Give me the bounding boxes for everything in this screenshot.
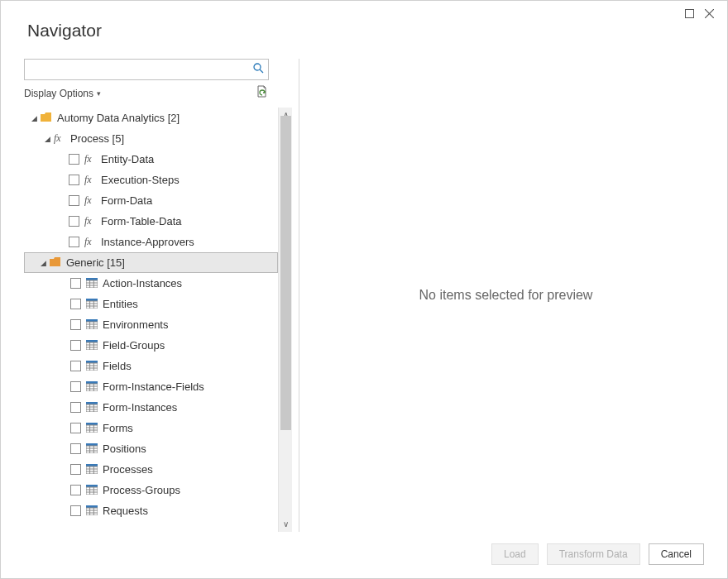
tree-item[interactable]: Requests bbox=[24, 500, 278, 521]
folder-icon bbox=[50, 257, 61, 269]
load-button: Load bbox=[491, 543, 539, 565]
search-icon[interactable] bbox=[248, 63, 268, 76]
tree-node-process[interactable]: ◢ fx Process [5] bbox=[24, 128, 278, 149]
fx-icon: fx bbox=[84, 194, 96, 207]
svg-marker-6 bbox=[50, 257, 60, 266]
fx-icon: fx bbox=[84, 153, 96, 165]
checkbox[interactable] bbox=[70, 299, 81, 309]
svg-rect-62 bbox=[86, 467, 98, 474]
checkbox[interactable] bbox=[69, 195, 79, 206]
svg-rect-8 bbox=[86, 280, 98, 288]
checkbox[interactable] bbox=[69, 154, 79, 165]
tree-label: Field-Groups bbox=[103, 339, 165, 352]
tree-item[interactable]: fxForm-Table-Data bbox=[24, 211, 278, 232]
tree-item[interactable]: Fields bbox=[24, 356, 278, 376]
checkbox[interactable] bbox=[70, 402, 81, 413]
svg-rect-56 bbox=[86, 446, 98, 453]
tree-label: Instance-Approvers bbox=[101, 236, 194, 248]
tree-item[interactable]: Processes bbox=[24, 459, 278, 480]
panel-divider bbox=[299, 59, 299, 532]
svg-rect-32 bbox=[86, 363, 98, 371]
tree-label: Fields bbox=[103, 360, 132, 372]
svg-rect-74 bbox=[86, 508, 98, 515]
search-input[interactable] bbox=[25, 60, 248, 79]
checkbox[interactable] bbox=[69, 175, 79, 185]
refresh-icon[interactable] bbox=[256, 85, 269, 101]
chevron-down-icon: ▾ bbox=[97, 89, 101, 98]
folder-icon bbox=[41, 112, 52, 124]
svg-marker-5 bbox=[41, 112, 51, 122]
tree-item[interactable]: fxExecution-Steps bbox=[24, 170, 278, 190]
checkbox[interactable] bbox=[70, 319, 81, 330]
tree-label: Requests bbox=[103, 505, 148, 517]
fx-icon: fx bbox=[54, 132, 65, 145]
tree-label: Entities bbox=[103, 298, 138, 310]
scroll-down-icon[interactable]: ∨ bbox=[283, 520, 289, 529]
checkbox[interactable] bbox=[69, 237, 79, 247]
tree-label: Form-Data bbox=[101, 194, 152, 207]
preview-panel: No items selected for preview bbox=[303, 59, 709, 532]
maximize-icon[interactable] bbox=[679, 6, 699, 21]
tree-label: Form-Instances bbox=[103, 401, 177, 414]
checkbox[interactable] bbox=[70, 464, 81, 475]
checkbox[interactable] bbox=[70, 505, 81, 516]
tree-label: Form-Instance-Fields bbox=[103, 380, 204, 393]
table-icon bbox=[86, 340, 98, 352]
table-icon bbox=[86, 485, 98, 496]
tree-item[interactable]: fxForm-Data bbox=[24, 190, 278, 211]
checkbox[interactable] bbox=[70, 340, 81, 351]
svg-rect-38 bbox=[86, 384, 98, 391]
checkbox[interactable] bbox=[69, 216, 79, 227]
checkbox[interactable] bbox=[70, 278, 81, 289]
tree-label: Process-Groups bbox=[103, 484, 180, 496]
tree-label: Environments bbox=[103, 318, 168, 331]
table-icon bbox=[86, 381, 98, 393]
tree-item[interactable]: Entities bbox=[24, 294, 278, 314]
tree-label: Processes bbox=[103, 463, 153, 476]
svg-rect-50 bbox=[86, 425, 98, 433]
search-input-wrapper bbox=[24, 59, 269, 80]
tree-label: Process [5] bbox=[70, 132, 124, 145]
tree-item[interactable]: fxEntity-Data bbox=[24, 149, 278, 170]
checkbox[interactable] bbox=[70, 443, 81, 454]
tree-node-root[interactable]: ◢ Automy Data Analytics [2] bbox=[24, 108, 278, 128]
svg-rect-14 bbox=[86, 301, 98, 309]
tree-item[interactable]: Environments bbox=[24, 314, 278, 335]
table-icon bbox=[86, 278, 98, 290]
tree-item[interactable]: fxInstance-Approvers bbox=[24, 232, 278, 252]
scrollbar[interactable]: ∧ ∨ bbox=[278, 108, 292, 532]
tree-item[interactable]: Field-Groups bbox=[24, 335, 278, 356]
tree-label: Action-Instances bbox=[103, 277, 182, 290]
tree-node-generic[interactable]: ◢ Generic [15] bbox=[24, 252, 278, 273]
cancel-button[interactable]: Cancel bbox=[649, 543, 704, 565]
collapse-icon[interactable]: ◢ bbox=[29, 114, 39, 122]
table-icon bbox=[86, 402, 98, 414]
svg-line-4 bbox=[260, 69, 263, 73]
tree-item[interactable]: Action-Instances bbox=[24, 273, 278, 294]
transform-data-button: Transform Data bbox=[547, 543, 640, 565]
tree-label: Automy Data Analytics [2] bbox=[57, 112, 180, 124]
checkbox[interactable] bbox=[70, 485, 81, 495]
display-options-dropdown[interactable]: Display Options ▾ bbox=[24, 88, 101, 99]
tree-label: Positions bbox=[103, 443, 146, 455]
svg-point-3 bbox=[254, 64, 261, 70]
display-options-label: Display Options bbox=[24, 88, 93, 99]
tree-label: Execution-Steps bbox=[101, 174, 180, 186]
tree-item[interactable]: Process-Groups bbox=[24, 480, 278, 500]
checkbox[interactable] bbox=[70, 423, 81, 433]
tree-item[interactable]: Forms bbox=[24, 418, 278, 438]
table-icon bbox=[86, 443, 98, 455]
svg-rect-0 bbox=[685, 9, 693, 17]
tree-item[interactable]: Form-Instances bbox=[24, 397, 278, 418]
collapse-icon[interactable]: ◢ bbox=[38, 259, 48, 267]
fx-icon: fx bbox=[84, 236, 96, 248]
checkbox[interactable] bbox=[70, 361, 81, 371]
close-icon[interactable] bbox=[699, 6, 719, 21]
fx-icon: fx bbox=[84, 215, 96, 227]
scroll-thumb[interactable] bbox=[280, 116, 291, 430]
tree-item[interactable]: Form-Instance-Fields bbox=[24, 376, 278, 397]
tree-item[interactable]: Positions bbox=[24, 438, 278, 459]
checkbox[interactable] bbox=[70, 381, 81, 392]
table-icon bbox=[86, 464, 98, 476]
collapse-icon[interactable]: ◢ bbox=[42, 135, 52, 143]
